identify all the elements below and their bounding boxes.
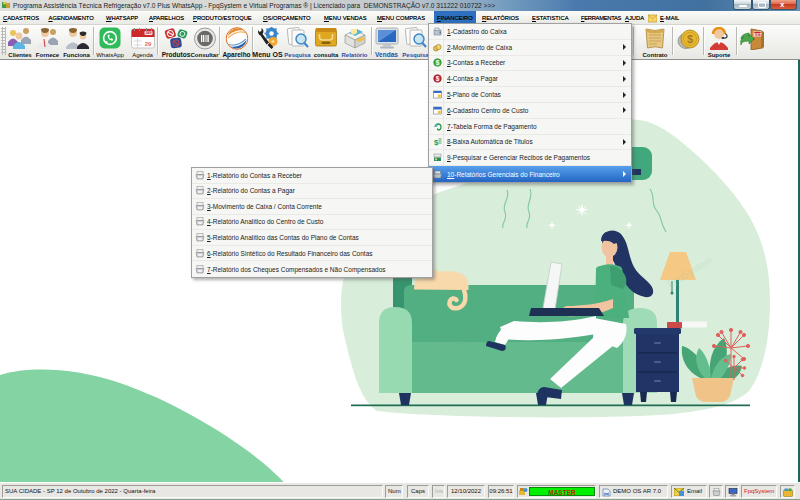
- svg-text:$: $: [436, 59, 440, 67]
- svg-text:$: $: [436, 75, 440, 83]
- svg-text:29: 29: [144, 41, 151, 47]
- svg-text:$: $: [686, 33, 692, 45]
- svg-text:JAN: JAN: [145, 31, 152, 35]
- svg-text:$: $: [434, 138, 439, 147]
- svg-text:EXIT: EXIT: [754, 33, 762, 37]
